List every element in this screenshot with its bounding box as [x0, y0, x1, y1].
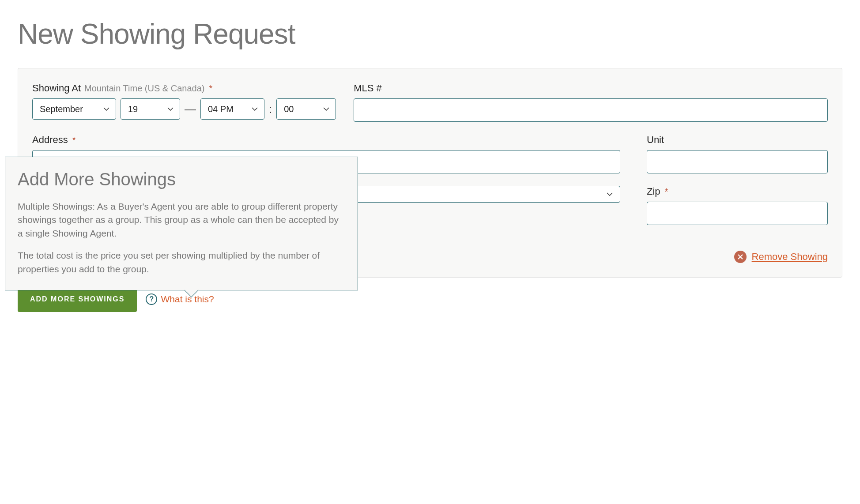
unit-group: Unit — [647, 134, 828, 173]
add-more-showings-popover: Add More Showings Multiple Showings: As … — [5, 157, 358, 290]
dash-separator: — — [185, 102, 196, 116]
address-label: Address * — [32, 134, 620, 146]
showing-at-group: Showing At Mountain Time (US & Canada) *… — [32, 83, 336, 122]
remove-showing-text: Remove Showing — [752, 251, 828, 263]
hour-select[interactable]: 04 PM — [200, 98, 264, 120]
required-marker: * — [665, 187, 668, 197]
what-is-this-link[interactable]: ? What is this? — [146, 293, 214, 305]
timezone-text: Mountain Time (US & Canada) — [84, 83, 204, 94]
unit-label: Unit — [647, 134, 828, 146]
mls-input[interactable] — [354, 98, 828, 122]
what-is-this-text: What is this? — [161, 294, 214, 305]
zip-group: Zip * — [647, 186, 828, 225]
mls-label-text: MLS # — [354, 83, 382, 94]
month-select[interactable]: September — [32, 98, 116, 120]
unit-input[interactable] — [647, 150, 828, 173]
zip-label-text: Zip — [647, 186, 660, 197]
help-icon: ? — [146, 293, 157, 305]
required-marker: * — [72, 135, 76, 145]
page-title: New Showing Request — [18, 18, 842, 50]
address-label-text: Address — [32, 134, 68, 146]
unit-label-text: Unit — [647, 134, 664, 146]
datetime-row: September 19 — 04 PM : 00 — [32, 98, 336, 120]
popover-title: Add More Showings — [18, 169, 345, 189]
showing-form-card: Showing At Mountain Time (US & Canada) *… — [18, 68, 842, 278]
remove-showing-link[interactable]: Remove Showing — [734, 251, 828, 263]
close-icon — [734, 251, 747, 263]
popover-paragraph-2: The total cost is the price you set per … — [18, 249, 345, 276]
chevron-down-icon — [607, 192, 613, 196]
showing-at-label-text: Showing At — [32, 83, 81, 94]
zip-label: Zip * — [647, 186, 828, 197]
day-select[interactable]: 19 — [121, 98, 180, 120]
minute-select[interactable]: 00 — [276, 98, 336, 120]
mls-group: MLS # — [354, 83, 828, 122]
colon-separator: : — [269, 102, 272, 116]
showing-at-label: Showing At Mountain Time (US & Canada) * — [32, 83, 336, 94]
popover-paragraph-1: Multiple Showings: As a Buyer's Agent yo… — [18, 200, 345, 240]
required-marker: * — [209, 83, 212, 94]
mls-label: MLS # — [354, 83, 828, 94]
zip-input[interactable] — [647, 202, 828, 225]
